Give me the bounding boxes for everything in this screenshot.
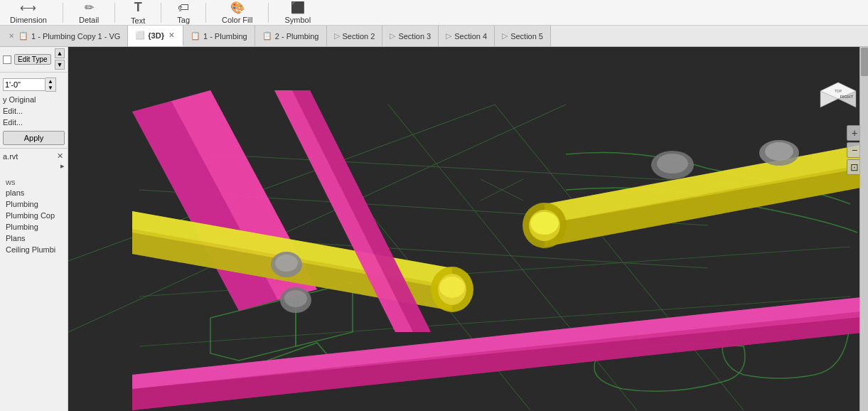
ribbon-color-fill-label: Color Fill xyxy=(222,16,252,24)
vertical-scrollbar[interactable] xyxy=(859,47,868,411)
text-icon: T xyxy=(134,0,142,15)
ribbon: ⟷ Dimension ✏ Detail T Text 🏷 Tag 🎨 Colo… xyxy=(0,0,868,26)
tab-plumbing1[interactable]: 📋 1 - Plumbing xyxy=(183,26,255,46)
symbol-icon: ⬛ xyxy=(291,1,305,14)
tab-section3[interactable]: ▷ Section 3 xyxy=(382,26,439,46)
tab-icon-section4: ▷ xyxy=(446,31,451,41)
dimension-icon: ⟷ xyxy=(20,1,36,14)
tab-section2[interactable]: ▷ Section 2 xyxy=(327,26,383,46)
ribbon-sep-1 xyxy=(63,3,63,23)
ribbon-text[interactable]: T Text xyxy=(127,0,149,26)
svg-text:TOP: TOP xyxy=(835,89,842,93)
scroll-up-arrow[interactable]: ▲ xyxy=(55,48,65,58)
tab-bar: ✕ 📋 1 - Plumbing Copy 1 - VG ⬜ {3D} ✕ 📋 … xyxy=(0,26,868,47)
prop-item-edit1[interactable]: Edit... xyxy=(0,105,68,117)
svg-point-41 xyxy=(765,142,793,161)
nav-item-plans2[interactable]: Plans xyxy=(3,233,65,244)
tab-plumbing2[interactable]: 📋 2 - Plumbing xyxy=(255,26,327,46)
ribbon-text-label: Text xyxy=(131,16,145,25)
tab-label-section3: Section 3 xyxy=(398,32,431,41)
spin-up-button[interactable]: ▲ xyxy=(45,78,55,85)
tab-label-3d: {3D} xyxy=(148,31,164,40)
nav-item-plumbing2[interactable]: Plumbing xyxy=(3,221,65,233)
tab-label-plumbing2: 2 - Plumbing xyxy=(275,32,319,41)
scroll-down-arrow[interactable]: ▼ xyxy=(55,60,65,70)
main-area: Edit Type ▲ ▼ ▲ ▼ y Original Edit... Edi… xyxy=(0,47,868,411)
ribbon-dimension[interactable]: ⟷ Dimension xyxy=(6,0,51,26)
ribbon-sep-3 xyxy=(161,3,161,23)
spin-control: ▲ ▼ xyxy=(45,78,56,92)
svg-point-27 xyxy=(530,212,559,235)
color-fill-icon: 🎨 xyxy=(230,1,245,14)
tab-section5[interactable]: ▷ Section 5 xyxy=(495,26,551,46)
tab-label-section4: Section 4 xyxy=(454,32,487,41)
edit-type-checkbox[interactable] xyxy=(3,55,11,64)
svg-point-37 xyxy=(284,290,307,307)
tab-icon-3d: ⬜ xyxy=(135,31,145,40)
svg-point-21 xyxy=(439,277,465,298)
tab-icon-section3: ▷ xyxy=(390,31,395,41)
scroll-thumb[interactable] xyxy=(861,48,868,76)
tab-label-plumbing1: 1 - Plumbing xyxy=(203,32,247,41)
ribbon-tag-label: Tag xyxy=(177,16,190,24)
detail-icon: ✏ xyxy=(85,1,94,14)
spin-down-button[interactable]: ▼ xyxy=(45,85,55,91)
ribbon-sep-2 xyxy=(114,3,115,23)
nav-item-plumbing[interactable]: Plumbing xyxy=(3,198,65,210)
nav-item-ceiling[interactable]: Ceiling Plumbi xyxy=(3,244,65,255)
nav-cube[interactable]: RIGHT TOP xyxy=(817,75,859,118)
tag-icon: 🏷 xyxy=(178,1,189,14)
tab-close-plumbing-vg[interactable]: ✕ xyxy=(7,32,16,40)
tab-label-section5: Section 5 xyxy=(510,32,543,41)
viewport[interactable]: RIGHT TOP + − ⊡ xyxy=(68,47,868,411)
file-close-button[interactable]: ✕ xyxy=(55,151,65,161)
ribbon-dimension-label: Dimension xyxy=(10,16,47,24)
svg-point-35 xyxy=(275,255,298,272)
file-name: a.rvt xyxy=(3,152,18,161)
value-input[interactable] xyxy=(3,78,45,91)
ribbon-color-fill[interactable]: 🎨 Color Fill xyxy=(218,0,257,26)
nav-item-plans[interactable]: plans xyxy=(3,187,65,198)
value-input-row: ▲ ▼ xyxy=(0,75,68,94)
ribbon-symbol[interactable]: ⬛ Symbol xyxy=(280,0,315,26)
tab-icon-section5: ▷ xyxy=(502,31,508,41)
tab-label-section2: Section 2 xyxy=(343,32,375,41)
ribbon-detail[interactable]: ✏ Detail xyxy=(75,0,103,26)
ribbon-sep-4 xyxy=(205,3,206,23)
svg-text:RIGHT: RIGHT xyxy=(840,95,854,99)
tab-icon-plumbing-vg: 📋 xyxy=(18,31,28,41)
prop-item-edit2[interactable]: Edit... xyxy=(0,117,68,128)
prop-item-original[interactable]: y Original xyxy=(0,94,68,105)
apply-button[interactable]: Apply xyxy=(3,131,65,145)
edit-type-row: Edit Type xyxy=(3,53,51,66)
tab-3d[interactable]: ⬜ {3D} ✕ xyxy=(128,26,183,46)
file-row: a.rvt ✕ xyxy=(3,151,65,161)
tab-plumbing-vg[interactable]: ✕ 📋 1 - Plumbing Copy 1 - VG xyxy=(0,26,128,46)
file-section: a.rvt ✕ ▸ xyxy=(0,148,68,174)
edit-type-button[interactable]: Edit Type xyxy=(14,54,51,65)
tab-section4[interactable]: ▷ Section 4 xyxy=(439,26,495,46)
ribbon-sep-5 xyxy=(268,3,269,23)
tab-icon-plumbing2: 📋 xyxy=(262,31,272,41)
file-expand-button[interactable]: ▸ xyxy=(60,161,65,171)
3d-scene xyxy=(68,47,868,411)
left-panel: Edit Type ▲ ▼ ▲ ▼ y Original Edit... Edi… xyxy=(0,47,68,411)
tab-icon-section2: ▷ xyxy=(334,31,340,41)
ribbon-tag[interactable]: 🏷 Tag xyxy=(173,0,194,26)
tab-icon-plumbing1: 📋 xyxy=(191,31,200,41)
ribbon-detail-label: Detail xyxy=(79,16,99,24)
tab-label-plumbing-vg: 1 - Plumbing Copy 1 - VG xyxy=(31,32,120,41)
nav-section: ws plans Plumbing Plumbing Cop Plumbing … xyxy=(0,174,68,411)
tab-close-3d[interactable]: ✕ xyxy=(167,31,176,39)
nav-item-plumbing-cop[interactable]: Plumbing Cop xyxy=(3,210,65,221)
nav-section-label: ws xyxy=(3,177,65,187)
ribbon-symbol-label: Symbol xyxy=(284,16,311,24)
svg-point-39 xyxy=(657,154,688,174)
